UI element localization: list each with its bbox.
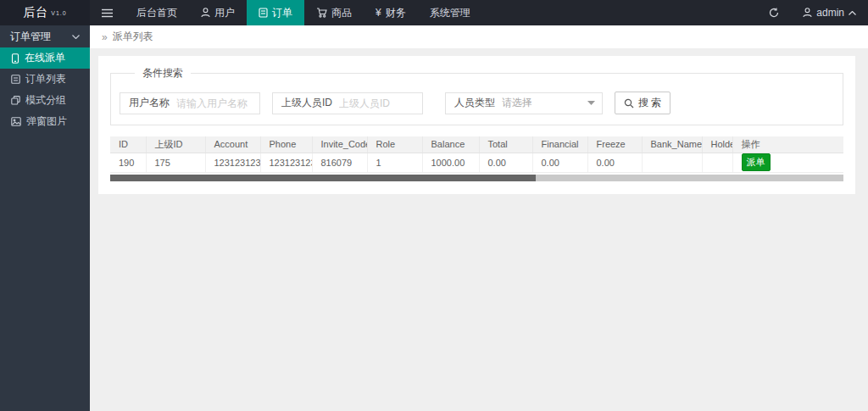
sidebar-item-mode-group[interactable]: 模式分组 [0, 90, 90, 111]
top-header: 后台 V1.0 后台首页 用户 订单 商品 ¥ 财务 系统管理 [0, 0, 868, 25]
dispatch-button[interactable]: 派单 [742, 153, 771, 171]
col-bank-name: Bank_Name [642, 136, 702, 153]
nav-item-label: 系统管理 [430, 6, 470, 20]
search-panel: 条件搜索 用户名称 上级人员ID 人员类型 请选择 [110, 66, 843, 125]
search-button[interactable]: 搜 索 [615, 92, 670, 114]
sidebar-section-label: 订单管理 [10, 30, 51, 44]
cell-freeze: 0.00 [587, 153, 642, 172]
col-invite-code: Invite_Code [312, 136, 367, 153]
nav-item-label: 后台首页 [136, 6, 177, 20]
nav-item-goods[interactable]: 商品 [304, 0, 364, 25]
col-freeze: Freeze [587, 136, 642, 153]
table-header-row: ID 上级ID Account Phone Invite_Code Role B… [110, 136, 843, 153]
nav-item-label: 订单 [272, 6, 292, 20]
sidebar-item-label: 模式分组 [25, 93, 66, 108]
user-icon [201, 8, 210, 18]
cell-total: 0.00 [479, 153, 532, 172]
nav-item-orders[interactable]: 订单 [247, 0, 304, 25]
hamburger-icon [102, 8, 113, 18]
sidebar-section-order-management[interactable]: 订单管理 [0, 25, 90, 47]
top-nav: 后台首页 用户 订单 商品 ¥ 财务 系统管理 [90, 0, 482, 25]
cell-id: 190 [110, 153, 146, 172]
user-menu[interactable]: admin [791, 0, 868, 25]
data-table-wrap: ID 上级ID Account Phone Invite_Code Role B… [110, 136, 843, 181]
parent-id-label: 上级人员ID [273, 96, 339, 110]
role-type-group: 人员类型 请选择 [445, 92, 603, 114]
nav-item-system[interactable]: 系统管理 [418, 0, 482, 25]
nav-item-users[interactable]: 用户 [189, 0, 247, 25]
nav-item-home[interactable]: 后台首页 [125, 0, 189, 25]
col-total: Total [479, 136, 532, 153]
sidebar-item-popup-image[interactable]: 弹窗图片 [0, 111, 90, 132]
table-row: 190 175 123123123 123123123 816079 1 100… [110, 153, 843, 172]
cell-actions: 派单 [732, 153, 843, 172]
search-icon [624, 98, 634, 108]
sidebar-item-online-dispatch[interactable]: 在线派单 [0, 47, 90, 69]
col-parent-id: 上级ID [146, 136, 205, 153]
cell-role: 1 [367, 153, 422, 172]
col-phone: Phone [260, 136, 312, 153]
refresh-icon [769, 8, 779, 18]
phone-icon [11, 53, 19, 64]
cart-icon [316, 8, 327, 18]
scrollbar-thumb[interactable] [110, 175, 536, 181]
col-financial: Financial [532, 136, 587, 153]
search-form-row: 用户名称 上级人员ID 人员类型 请选择 搜 索 [120, 92, 834, 114]
col-holder-name: Holder_Name [702, 136, 732, 153]
cell-financial: 0.00 [532, 153, 587, 172]
horizontal-scrollbar[interactable] [110, 175, 843, 181]
username: admin [816, 7, 844, 19]
nav-item-finance[interactable]: ¥ 财务 [364, 0, 418, 25]
role-type-label: 人员类型 [446, 96, 502, 110]
header-spacer [482, 0, 758, 25]
breadcrumb-chevrons-icon: » [102, 31, 108, 43]
content-card: 条件搜索 用户名称 上级人员ID 人员类型 请选择 [98, 56, 855, 194]
cell-parent-id: 175 [146, 153, 205, 172]
select-arrow-icon [587, 101, 595, 105]
main-content: » 派单列表 条件搜索 用户名称 上级人员ID 人员类型 请选择 [90, 25, 868, 411]
app-logo: 后台 V1.0 [0, 0, 90, 25]
chevron-up-icon [849, 11, 856, 15]
chevron-down-icon [72, 35, 80, 39]
col-role: Role [367, 136, 422, 153]
search-button-label: 搜 索 [638, 96, 661, 110]
col-actions: 操作 [732, 136, 843, 153]
breadcrumb: » 派单列表 [90, 25, 868, 48]
cell-balance: 1000.00 [422, 153, 479, 172]
collapse-sidebar-button[interactable] [90, 0, 125, 25]
parent-id-group: 上级人员ID [272, 92, 423, 114]
header-right: admin [757, 0, 868, 25]
role-type-select[interactable]: 请选择 [502, 96, 602, 110]
yen-icon: ¥ [376, 7, 381, 19]
data-table: ID 上级ID Account Phone Invite_Code Role B… [110, 136, 843, 173]
cell-invite-code: 816079 [312, 153, 367, 172]
refresh-button[interactable] [757, 0, 791, 25]
cell-account: 123123123 [205, 153, 260, 172]
sidebar-item-order-list[interactable]: 订单列表 [0, 69, 90, 90]
image-icon [11, 117, 21, 126]
list-icon [11, 75, 20, 84]
username-group: 用户名称 [120, 92, 260, 114]
col-id: ID [110, 136, 146, 153]
sidebar-item-label: 弹窗图片 [26, 114, 67, 129]
page-title: 派单列表 [113, 30, 153, 44]
cell-bank-name [642, 153, 702, 172]
app-title: 后台 [23, 5, 48, 20]
nav-item-label: 用户 [214, 6, 235, 20]
cell-holder-name [702, 153, 732, 172]
order-file-icon [259, 8, 268, 18]
sidebar-item-label: 订单列表 [25, 72, 66, 86]
col-account: Account [205, 136, 260, 153]
search-panel-legend: 条件搜索 [135, 66, 191, 81]
copy-group-icon [11, 96, 20, 105]
username-input[interactable] [176, 97, 259, 109]
cell-phone: 123123123 [260, 153, 312, 172]
sidebar-item-label: 在线派单 [25, 51, 65, 65]
nav-item-label: 商品 [331, 6, 352, 20]
username-label: 用户名称 [120, 96, 176, 110]
parent-id-input[interactable] [339, 97, 422, 109]
sidebar: 订单管理 在线派单 订单列表 模式分组 弹窗图片 [0, 25, 90, 411]
user-icon [803, 8, 812, 18]
col-balance: Balance [422, 136, 479, 153]
app-version: V1.0 [51, 10, 66, 16]
